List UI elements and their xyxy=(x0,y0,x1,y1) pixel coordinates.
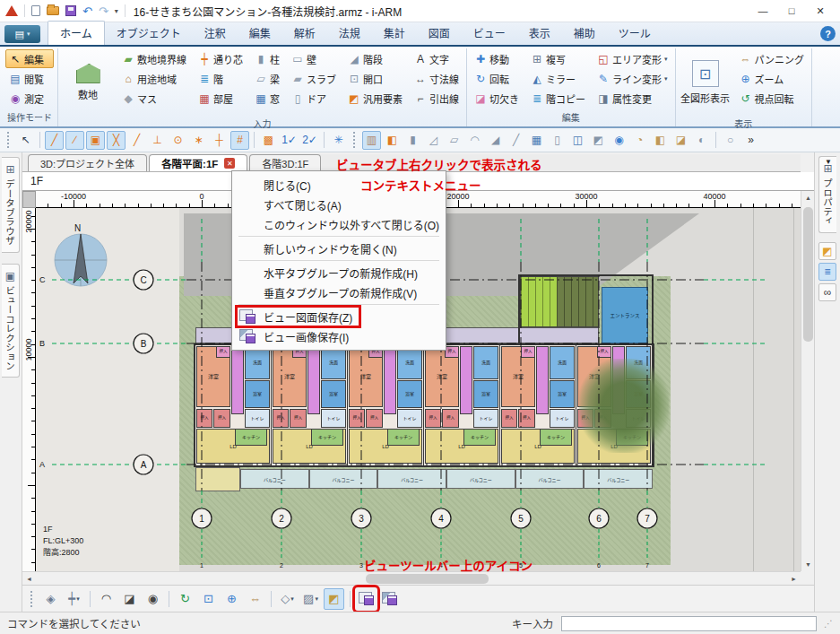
ribbon-button[interactable]: ▦窓 xyxy=(251,89,283,108)
context-menu-item[interactable]: ビュー画像保存(I) xyxy=(232,326,446,346)
ribbon-button[interactable]: ≣階コピー xyxy=(527,89,589,108)
select-cursor-icon[interactable]: ↖ xyxy=(16,131,35,150)
ribbon-button[interactable]: ▰敷地境界線 xyxy=(118,49,190,68)
snap-intersection-icon[interactable]: ╳ xyxy=(107,131,126,150)
ribbon-button[interactable]: ◱エリア変形▾ xyxy=(593,49,671,68)
context-menu-item[interactable]: 垂直タブグループの新規作成(V) xyxy=(232,282,446,302)
menu-tab[interactable]: 図面 xyxy=(417,22,462,45)
scroll-down-icon[interactable]: ▼ xyxy=(801,558,815,571)
contrast-icon[interactable]: ◪ xyxy=(119,588,140,610)
key-input-field[interactable] xyxy=(561,616,817,631)
search-binoculars-icon[interactable]: ∞ xyxy=(818,283,836,301)
pan-hand-icon[interactable]: ⇔ xyxy=(245,588,265,610)
ribbon-button[interactable]: ⇔パンニング xyxy=(736,49,809,68)
grid-north-icon[interactable]: ┿▾ xyxy=(64,588,84,610)
open-file-icon[interactable] xyxy=(47,6,59,15)
filter-furniture-icon[interactable]: ◔ xyxy=(630,131,649,150)
ribbon-button[interactable]: ⌂用途地域 xyxy=(118,69,190,88)
ribbon-button[interactable]: ◆マス xyxy=(118,89,190,108)
filter-stair-icon[interactable]: ◢ xyxy=(486,131,505,150)
hatch-mode-icon[interactable]: ▨▾ xyxy=(300,588,321,610)
view-tab[interactable]: 3D:プロジェクト全体 xyxy=(28,154,147,171)
fit-view-icon[interactable]: ⊡ xyxy=(198,588,219,610)
filter-slab-icon[interactable]: ▱ xyxy=(445,131,463,150)
resize-grip[interactable]: ⋰ xyxy=(824,619,833,629)
ribbon-button[interactable]: ▭壁 xyxy=(288,49,340,68)
refresh-icon[interactable]: ↻ xyxy=(175,588,195,610)
save-icon[interactable] xyxy=(65,5,76,16)
display-mode-icon[interactable]: ◇▾ xyxy=(277,588,298,610)
drag-handle[interactable] xyxy=(7,132,11,148)
help-icon[interactable]: ? xyxy=(820,26,836,41)
app-menu-button[interactable]: ▤ ▾ xyxy=(4,25,40,43)
snap-division-icon[interactable]: ∗ xyxy=(189,131,208,150)
new-file-icon[interactable] xyxy=(31,5,40,16)
scrollbar-thumb[interactable] xyxy=(803,207,813,342)
ribbon-button[interactable]: ◨属性変更 xyxy=(593,89,671,108)
filter-roof-icon[interactable]: ◠ xyxy=(465,131,484,150)
context-menu-item[interactable]: 新しいウィンドウを開く(N) xyxy=(232,239,446,258)
menu-tab[interactable]: ホーム xyxy=(48,21,105,45)
menu-tab[interactable]: オブジェクト xyxy=(105,22,193,45)
list-view-icon[interactable]: ≡ xyxy=(818,263,836,281)
snap-priority2-icon[interactable]: 2✓ xyxy=(300,131,319,150)
filter-room-icon[interactable]: ◪ xyxy=(671,131,690,150)
ribbon-button[interactable]: ↻回転 xyxy=(471,69,523,88)
data-browser-tab[interactable]: ⊞ データブラウザ xyxy=(2,157,20,253)
filter-wall-icon[interactable]: ▥ xyxy=(362,131,381,150)
ribbon-button[interactable]: ⌐引出線 xyxy=(411,89,463,108)
ribbon-button[interactable]: ✚移動 xyxy=(471,49,523,68)
menu-tab[interactable]: 編集 xyxy=(238,22,282,45)
properties-tab[interactable]: ⊞ プロパティ xyxy=(818,156,836,233)
drag-handle[interactable] xyxy=(30,591,34,607)
close-button[interactable]: ✕ xyxy=(806,1,835,21)
snap-nearest-icon[interactable]: ╱ xyxy=(127,131,146,150)
ribbon-button[interactable]: ┿通り芯 xyxy=(195,49,247,68)
toolbar-overflow-icon[interactable]: » xyxy=(741,131,760,150)
ribbon-button[interactable]: ▦部屋 xyxy=(195,89,247,108)
filter-window-icon[interactable]: ▦ xyxy=(527,131,546,150)
fit-all-button[interactable]: ⊡ 全図形表示 xyxy=(680,49,732,116)
drag-handle[interactable] xyxy=(353,132,357,148)
filter-extra-icon[interactable]: ○ xyxy=(721,131,740,150)
filter-opening-icon[interactable]: ◩ xyxy=(589,131,608,150)
view-collection-tab[interactable]: ▣ ビューコレクション xyxy=(2,264,20,378)
menu-tab[interactable]: 表示 xyxy=(517,22,562,45)
scroll-right-icon[interactable]: ► xyxy=(787,572,801,586)
scroll-up-icon[interactable]: ▲ xyxy=(801,191,815,204)
ribbon-button[interactable]: ✎ライン変形▾ xyxy=(593,69,671,88)
ribbon-button[interactable]: ▰スラブ xyxy=(288,69,340,88)
view-tab[interactable]: 各階3D:1F xyxy=(249,154,321,171)
snap-axis-icon[interactable]: ┼ xyxy=(210,131,229,150)
filter-beam-icon[interactable]: ◿ xyxy=(424,131,443,150)
maximize-button[interactable]: □ xyxy=(777,1,806,21)
menu-tab[interactable]: 法規 xyxy=(327,22,372,45)
filter-brace-icon[interactable]: ╱ xyxy=(507,131,525,150)
filter-shade-icon[interactable]: ◐ xyxy=(692,131,711,150)
menu-tab[interactable]: ビュー xyxy=(462,22,517,45)
snap-grid-icon[interactable]: # xyxy=(230,131,249,150)
filter-fixture-icon[interactable]: ◧ xyxy=(651,131,670,150)
eye-closed-icon[interactable]: ◠ xyxy=(96,588,117,610)
ribbon-button[interactable]: ◩汎用要素 xyxy=(344,89,406,108)
filter-door-icon[interactable]: ▯ xyxy=(548,131,567,150)
ribbon-button[interactable]: A文字 xyxy=(411,49,463,68)
menu-tab[interactable]: 補助 xyxy=(562,22,607,45)
ribbon-button[interactable]: ▤閲覧 xyxy=(5,69,54,88)
filter-column-icon[interactable]: ▮ xyxy=(403,131,422,150)
grid-dots-icon[interactable]: ▩ xyxy=(259,131,278,150)
snap-line-icon[interactable]: ╱ xyxy=(45,131,64,150)
ribbon-button[interactable]: ◉測定 xyxy=(5,89,54,108)
ribbon-button[interactable]: ↖編集 xyxy=(5,49,54,68)
quick-access-dropdown-icon[interactable]: ▾ xyxy=(115,7,118,15)
context-menu-item[interactable]: このウィンドウ以外すべて閉じる(O) xyxy=(232,214,446,234)
site-button[interactable]: 敷地 xyxy=(62,49,114,116)
filter-person-icon[interactable]: ◉ xyxy=(610,131,628,150)
menu-tab[interactable]: ツール xyxy=(607,22,662,45)
snap-box-icon[interactable]: ▣ xyxy=(86,131,105,150)
view-image-save-icon[interactable] xyxy=(379,588,400,610)
ribbon-button[interactable]: ⊞複写 xyxy=(527,49,589,68)
close-icon[interactable]: ✕ xyxy=(224,158,235,169)
snap-settings-icon[interactable]: ✳ xyxy=(329,131,348,150)
view-tabs-overflow-icon[interactable]: ▼ xyxy=(825,158,832,166)
